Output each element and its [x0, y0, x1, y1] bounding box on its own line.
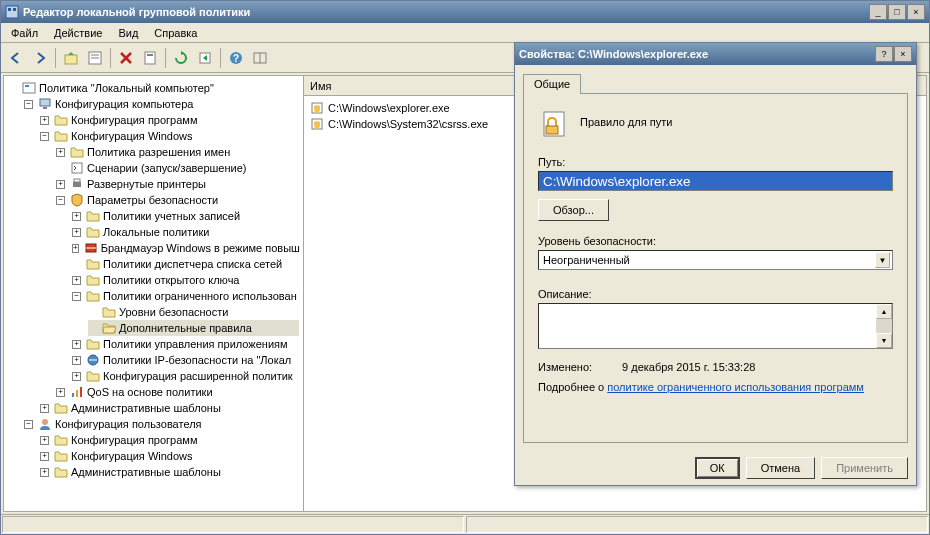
tree-panel[interactable]: Политика "Локальный компьютер" −Конфигур… [4, 76, 304, 511]
tree-local-policies[interactable]: +Локальные политики [72, 224, 299, 240]
close-button[interactable]: × [907, 4, 925, 20]
tree-app-control[interactable]: +Политики управления приложениям [72, 336, 299, 352]
tree-user-config[interactable]: −Конфигурация пользователя [24, 416, 299, 432]
modified-label: Изменено: [538, 361, 592, 373]
delete-button[interactable] [115, 47, 137, 69]
tree-root[interactable]: Политика "Локальный компьютер" [8, 80, 299, 96]
tree-srp[interactable]: −Политики ограниченного использован [72, 288, 299, 304]
tree-ipsec[interactable]: +Политики IP-безопасности на "Локал [72, 352, 299, 368]
tree-u-admin[interactable]: +Административные шаблоны [40, 464, 299, 480]
statusbar [1, 514, 929, 534]
app-icon [5, 5, 19, 19]
script-icon [70, 161, 84, 175]
scroll-up-icon[interactable]: ▲ [876, 304, 892, 319]
tree-account-policies[interactable]: +Политики учетных записей [72, 208, 299, 224]
tree-software-settings[interactable]: +Конфигурация программ [40, 112, 299, 128]
svg-rect-14 [23, 83, 35, 93]
path-rule-icon [538, 108, 570, 140]
tree-windows-settings[interactable]: −Конфигурация Windows [40, 128, 299, 144]
path-label: Путь: [538, 156, 893, 168]
folder-icon [70, 145, 84, 159]
tree-u-windows[interactable]: +Конфигурация Windows [40, 448, 299, 464]
help-button[interactable]: ? [225, 47, 247, 69]
tree-u-software[interactable]: +Конфигурация программ [40, 432, 299, 448]
folder-icon [86, 273, 100, 287]
dialog-close-button[interactable]: × [894, 46, 912, 62]
tree-qos[interactable]: +QoS на основе политики [56, 384, 299, 400]
dialog-help-button[interactable]: ? [875, 46, 893, 62]
svg-rect-15 [25, 85, 29, 87]
main-titlebar[interactable]: Редактор локальной групповой политики _ … [1, 1, 929, 23]
modified-value: 9 декабря 2015 г. 15:33:28 [622, 361, 755, 373]
ok-button[interactable]: ОК [695, 457, 740, 479]
tree-computer-config[interactable]: −Конфигурация компьютера [24, 96, 299, 112]
svg-rect-20 [74, 179, 80, 182]
learn-more-link[interactable]: политике ограниченного использования про… [607, 381, 864, 393]
browse-button[interactable]: Обзор... [538, 199, 609, 221]
dialog-title: Свойства: C:\Windows\explorer.exe [519, 48, 875, 60]
svg-text:?: ? [233, 53, 239, 64]
prop-button[interactable] [139, 47, 161, 69]
folder-icon [54, 401, 68, 415]
policy-icon [22, 81, 36, 95]
minimize-button[interactable]: _ [869, 4, 887, 20]
tree-audit[interactable]: +Конфигурация расширенной политик [72, 368, 299, 384]
tree-nlm[interactable]: Политики диспетчера списка сетей [72, 256, 299, 272]
menu-action[interactable]: Действие [46, 25, 110, 41]
tree-scripts[interactable]: Сценарии (запуск/завершение) [56, 160, 299, 176]
rule-type-label: Правило для пути [580, 108, 672, 128]
tree-security-levels[interactable]: Уровни безопасности [88, 304, 299, 320]
folder-icon [54, 113, 68, 127]
svg-rect-2 [13, 8, 16, 11]
tree-pubkey[interactable]: +Политики открытого ключа [72, 272, 299, 288]
forward-button[interactable] [29, 47, 51, 69]
properties-button[interactable] [84, 47, 106, 69]
tree-security[interactable]: −Параметры безопасности [56, 192, 299, 208]
level-select[interactable]: Неограниченный ▼ [538, 250, 893, 270]
svg-rect-19 [73, 182, 81, 187]
cancel-button[interactable]: Отмена [746, 457, 815, 479]
tab-panel-general: Правило для пути Путь: Обзор... Уровень … [523, 93, 908, 443]
menubar: Файл Действие Вид Справка [1, 23, 929, 43]
svg-rect-26 [80, 387, 82, 397]
desc-scrollbar[interactable]: ▲ ▼ [876, 304, 892, 348]
learn-more-text: Подробнее о [538, 381, 607, 393]
export-button[interactable] [194, 47, 216, 69]
svg-rect-3 [65, 55, 77, 64]
up-button[interactable] [60, 47, 82, 69]
window-title: Редактор локальной групповой политики [23, 6, 869, 18]
folder-icon [54, 129, 68, 143]
computer-icon [38, 97, 52, 111]
extra-button[interactable] [249, 47, 271, 69]
dialog-body: Общие Правило для пути Путь: Обзор... Ур… [515, 65, 916, 451]
path-input[interactable] [538, 171, 893, 191]
folder-icon [54, 449, 68, 463]
folder-icon [86, 257, 100, 271]
scroll-down-icon[interactable]: ▼ [876, 333, 892, 348]
properties-dialog: Свойства: C:\Windows\explorer.exe ? × Об… [514, 42, 917, 486]
svg-rect-1 [8, 8, 11, 11]
dropdown-icon: ▼ [875, 252, 890, 268]
apply-button[interactable]: Применить [821, 457, 908, 479]
refresh-button[interactable] [170, 47, 192, 69]
back-button[interactable] [5, 47, 27, 69]
dialog-titlebar[interactable]: Свойства: C:\Windows\explorer.exe ? × [515, 43, 916, 65]
tree-admin-templates[interactable]: +Административные шаблоны [40, 400, 299, 416]
tree-additional-rules[interactable]: Дополнительные правила [88, 320, 299, 336]
maximize-button[interactable]: □ [888, 4, 906, 20]
menu-view[interactable]: Вид [110, 25, 146, 41]
expander-icon[interactable]: − [24, 100, 33, 109]
menu-help[interactable]: Справка [146, 25, 205, 41]
desc-textarea[interactable]: ▲ ▼ [538, 303, 893, 349]
folder-icon [86, 225, 100, 239]
tabs: Общие [523, 73, 908, 93]
svg-rect-18 [72, 163, 82, 173]
svg-rect-16 [40, 99, 50, 106]
rule-icon [310, 117, 324, 131]
menu-file[interactable]: Файл [3, 25, 46, 41]
tree-name-resolution[interactable]: +Политика разрешения имен [56, 144, 299, 160]
tab-general[interactable]: Общие [523, 74, 581, 94]
tree-firewall[interactable]: +Брандмауэр Windows в режиме повыш [72, 240, 299, 256]
level-label: Уровень безопасности: [538, 235, 893, 247]
tree-printers[interactable]: +Развернутые принтеры [56, 176, 299, 192]
